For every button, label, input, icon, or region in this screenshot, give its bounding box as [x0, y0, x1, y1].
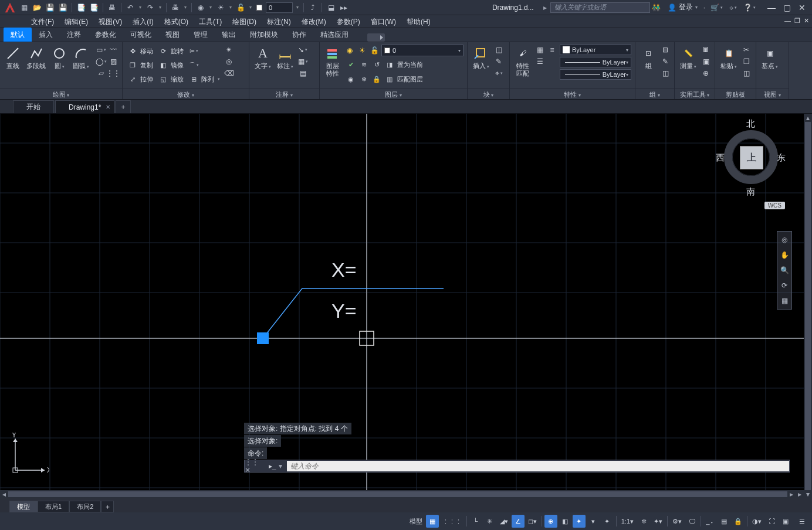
close-button[interactable]: ✕: [797, 3, 807, 12]
status-polar-button[interactable]: ✳: [483, 515, 496, 528]
erase-icon[interactable]: ⌫: [224, 68, 234, 79]
minimize-button[interactable]: —: [766, 3, 777, 12]
stay-connected-icon[interactable]: ⟐: [728, 1, 738, 14]
lweight-bylayer-combo[interactable]: ByLayer▾: [560, 57, 631, 67]
command-recent-icon[interactable]: ▾: [279, 462, 287, 470]
panel-title-annotate[interactable]: 注释: [249, 89, 319, 99]
file-tab-start[interactable]: 开始: [13, 100, 54, 113]
hatch-icon[interactable]: ▨: [108, 56, 119, 67]
maximize-button[interactable]: ▢: [781, 3, 792, 12]
ribbon-tab-parametric[interactable]: 参数化: [88, 28, 123, 42]
status-isolate-button[interactable]: ◑▾: [750, 515, 764, 528]
status-dyn-button[interactable]: ✦: [573, 515, 586, 528]
match-layer-button[interactable]: ◉❄🔒▥匹配图层: [344, 73, 463, 86]
menu-param[interactable]: 参数(P): [331, 15, 366, 28]
status-osnap-button[interactable]: ◻▾: [526, 515, 539, 528]
open-icon[interactable]: 📂: [32, 1, 42, 14]
app-logo-icon[interactable]: [2, 1, 18, 15]
viewcube-north[interactable]: 北: [746, 118, 755, 130]
layout-tab-model[interactable]: 模型: [9, 501, 38, 512]
color-swatch-icon[interactable]: [256, 5, 262, 11]
status-lockui-button[interactable]: 🔒: [732, 515, 745, 528]
layer-lock-icon[interactable]: 🔓: [369, 45, 380, 56]
qat-more-icon[interactable]: ▾: [295, 5, 300, 10]
app-exchange-icon[interactable]: 🛒: [711, 1, 722, 14]
layout-tab-2[interactable]: 布局2: [69, 501, 101, 512]
status-units-button[interactable]: ⎯▾: [703, 515, 716, 528]
panel-title-draw[interactable]: 绘图: [0, 89, 122, 99]
status-customize-button[interactable]: ☰: [796, 515, 808, 528]
ribbon-tab-manage[interactable]: 管理: [187, 28, 215, 42]
print-icon[interactable]: 🖶: [170, 1, 181, 14]
status-sc-button[interactable]: ✦: [601, 515, 614, 528]
mirror-button[interactable]: ◧镜像: [157, 59, 185, 72]
trim-button[interactable]: ✂: [187, 45, 221, 57]
copy-button[interactable]: ❐复制: [126, 59, 154, 72]
group-select-icon[interactable]: ◫: [660, 68, 671, 79]
color-bylayer-combo[interactable]: ByLayer▾: [560, 45, 631, 55]
explode-icon[interactable]: ✴: [224, 45, 234, 55]
ribbon-tab-addins[interactable]: 附加模块: [243, 28, 285, 42]
leader-icon[interactable]: ↘: [297, 45, 308, 55]
status-ortho-button[interactable]: └: [469, 515, 482, 528]
panel-title-properties[interactable]: 特性: [510, 89, 635, 99]
search-chevron-icon[interactable]: ▸: [543, 4, 547, 12]
command-handle-icon[interactable]: ⋮⋮ ✕: [245, 458, 266, 474]
ellipse-icon[interactable]: ◯: [96, 56, 106, 67]
login-button[interactable]: 👤 登录 ▾: [668, 2, 698, 12]
web-save-icon[interactable]: 📑: [89, 1, 99, 14]
menu-view[interactable]: 视图(V): [93, 15, 127, 28]
copy-clip-icon[interactable]: ❐: [741, 56, 752, 67]
menu-tools[interactable]: 工具(T): [194, 15, 227, 28]
scroll-right-icon[interactable]: ▸: [787, 490, 796, 498]
status-model-button[interactable]: 模型: [407, 515, 425, 528]
menu-file[interactable]: 文件(F): [26, 15, 59, 28]
new-icon[interactable]: ▦: [19, 1, 29, 14]
viewcube-top-face[interactable]: 上: [740, 147, 763, 169]
nav-zoom-icon[interactable]: 🔍: [779, 264, 790, 276]
menu-draw[interactable]: 绘图(D): [227, 15, 262, 28]
undo-icon[interactable]: ↶: [125, 1, 136, 14]
close-tab-icon[interactable]: ✕: [106, 104, 110, 110]
text-button[interactable]: A 文字: [253, 45, 273, 72]
ribbon-tab-collab[interactable]: 协作: [285, 28, 313, 42]
spline-icon[interactable]: 〰: [108, 45, 119, 55]
scroll-left-icon[interactable]: ◂: [0, 490, 8, 498]
lweight-control-icon[interactable]: ☰: [534, 56, 545, 67]
command-input[interactable]: 键入命令: [287, 461, 789, 471]
match-properties-button[interactable]: 🖌 特性 匹配: [513, 45, 532, 79]
ribbon-tab-annotate[interactable]: 注释: [60, 28, 88, 42]
search-input[interactable]: 键入关键字或短语: [550, 2, 650, 13]
status-hardware-button[interactable]: ⛶: [765, 515, 778, 528]
menu-window[interactable]: 窗口(W): [366, 15, 401, 28]
ucs-icon[interactable]: XY: [8, 433, 49, 477]
polyline-button[interactable]: 多段线: [25, 45, 48, 71]
panel-title-group[interactable]: 组: [635, 89, 674, 99]
group-button[interactable]: ⊡ 组: [639, 45, 658, 71]
array-button[interactable]: ⊞阵列: [187, 73, 221, 86]
save-icon[interactable]: 💾: [45, 1, 55, 14]
menu-help[interactable]: 帮助(H): [401, 15, 436, 28]
ribbon-tab-default[interactable]: 默认: [4, 28, 32, 42]
nav-wheel-icon[interactable]: ◎: [779, 234, 790, 246]
share-icon[interactable]: ⤴: [307, 1, 318, 14]
pin-icon[interactable]: ⬓: [326, 1, 336, 14]
circle-button[interactable]: 圆: [50, 45, 69, 72]
bulb-icon[interactable]: ◉: [195, 1, 206, 14]
layout-tab-add-button[interactable]: ＋: [101, 501, 114, 512]
menu-modify[interactable]: 修改(M): [296, 15, 331, 28]
command-line[interactable]: ⋮⋮ ✕ ▸_ ▾ 键入命令: [244, 460, 790, 473]
ribbon-tab-insert[interactable]: 插入: [32, 28, 60, 42]
layer-combo[interactable]: 0 ▾: [381, 45, 463, 56]
ltype-control-icon[interactable]: ≡: [547, 45, 557, 55]
scroll-up-icon[interactable]: ▴: [804, 114, 812, 122]
plot-icon[interactable]: 🖶: [107, 1, 117, 14]
nav-orbit-icon[interactable]: ⟳: [779, 280, 790, 291]
move-button[interactable]: ✥移动: [126, 45, 154, 57]
web-open-icon[interactable]: 📑: [76, 1, 86, 14]
select-all-icon[interactable]: ▣: [701, 56, 711, 67]
quickcalc-icon[interactable]: 🖩: [701, 45, 711, 55]
status-lwt-button[interactable]: ⊕: [544, 515, 557, 528]
redo-icon[interactable]: ↷: [145, 1, 155, 14]
ungroup-icon[interactable]: ⊟: [660, 45, 671, 55]
